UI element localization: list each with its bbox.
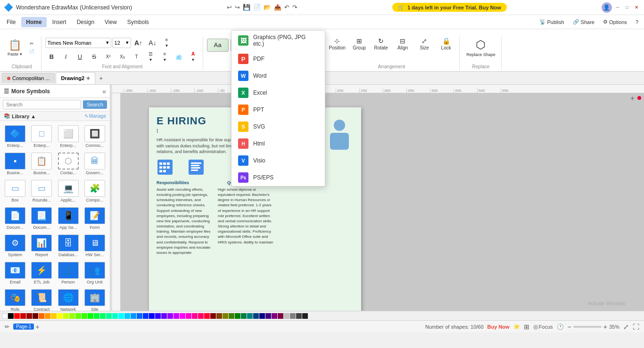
color-swatch[interactable]	[26, 313, 32, 319]
italic-btn[interactable]: I	[59, 52, 73, 61]
superscript-btn[interactable]: X²	[102, 53, 115, 60]
color-swatch[interactable]	[51, 313, 57, 319]
text-style-btn[interactable]: T	[130, 53, 143, 60]
color-swatch[interactable]	[100, 313, 106, 319]
tab-drawing2[interactable]: Drawing2 +	[56, 72, 95, 84]
symbol-item[interactable]: ▭Rounde...	[29, 178, 54, 204]
color-swatch[interactable]	[63, 313, 69, 319]
color-swatch[interactable]	[192, 313, 198, 319]
back-icon[interactable]: ↩	[227, 4, 232, 11]
new-icon[interactable]: 📄	[253, 4, 261, 11]
position-btn[interactable]: ⊹ Position	[327, 36, 348, 51]
color-swatch[interactable]	[75, 313, 81, 319]
page-tab[interactable]: Page-1	[13, 324, 34, 330]
color-swatch[interactable]	[186, 313, 191, 319]
color-swatch[interactable]	[82, 313, 87, 319]
forward-icon[interactable]: ↪	[235, 4, 240, 11]
color-swatch[interactable]	[259, 313, 265, 319]
sidebar-collapse-btn[interactable]: «	[102, 88, 106, 95]
color-swatch[interactable]	[143, 313, 149, 319]
color-swatch[interactable]	[198, 313, 204, 319]
increase-font-btn[interactable]: A↑	[132, 38, 145, 48]
color-swatch[interactable]	[302, 313, 308, 319]
export-item-pdf[interactable]: PPDF	[231, 50, 325, 67]
layers-icon[interactable]: ⊞	[524, 323, 529, 331]
symbol-item[interactable]: 🎭Role	[3, 288, 27, 311]
color-swatch[interactable]	[253, 313, 259, 319]
color-swatch[interactable]	[39, 313, 44, 319]
color-swatch[interactable]	[106, 313, 112, 319]
menu-item-file[interactable]: File	[2, 17, 20, 27]
symbol-item[interactable]: ⬜Enterp...	[56, 124, 81, 149]
font-size-selector[interactable]: 12 ▾	[112, 38, 131, 48]
canvas-content[interactable]: + E HIRING t HR Assistant is responsible…	[121, 93, 644, 311]
lock-btn[interactable]: 🔒 Lock	[436, 36, 456, 51]
color-swatch[interactable]	[241, 313, 247, 319]
color-swatch[interactable]	[296, 313, 302, 319]
symbol-item[interactable]: ⬡Contai...	[56, 151, 81, 177]
color-swatch[interactable]	[265, 313, 271, 319]
fullscreen-btn[interactable]: ⛶	[633, 323, 639, 331]
symbol-item[interactable]: 📊Report	[29, 233, 54, 259]
fit-page-btn[interactable]: ⤢	[623, 323, 629, 331]
color-swatch[interactable]	[210, 313, 216, 319]
size-btn[interactable]: ⤢ Size	[414, 36, 435, 51]
draw-tools-icon[interactable]: ✏	[5, 324, 9, 330]
symbol-item[interactable]: 📋Busine...	[29, 151, 54, 177]
color-swatch[interactable]	[272, 313, 277, 319]
export-item-excel[interactable]: XExcel	[231, 84, 325, 101]
color-swatch[interactable]	[161, 313, 167, 319]
symbol-item[interactable]: 🖥HW Ser...	[83, 233, 107, 259]
export-item-visio[interactable]: VVisio	[231, 152, 325, 169]
align-group-btn[interactable]: ⊟ Align	[392, 36, 413, 51]
share-btn[interactable]: 🔗Share	[569, 18, 598, 26]
export-item-html[interactable]: HHtml	[231, 135, 325, 152]
focus-btn[interactable]: ◎ Focus	[533, 324, 553, 330]
minimize-button[interactable]: ─	[614, 4, 621, 11]
color-swatch[interactable]	[149, 313, 155, 319]
export-item-word[interactable]: WWord	[231, 67, 325, 84]
bullet-btn[interactable]: ≡▾	[158, 50, 172, 63]
cut-btn[interactable]: ✂	[25, 40, 38, 47]
buy-now-btn[interactable]: Buy Now	[487, 324, 510, 330]
color-swatch[interactable]	[284, 313, 289, 319]
style-box-green[interactable]: Aa	[207, 39, 229, 52]
trial-banner[interactable]: 🛒 1 days left in your Free Trial. Buy No…	[392, 3, 507, 12]
subscript-btn[interactable]: X₂	[116, 53, 129, 60]
symbol-item[interactable]: 🗄Databas...	[56, 233, 81, 259]
strike-btn[interactable]: S	[88, 52, 101, 61]
symbol-item[interactable]: 📄Docum...	[3, 206, 27, 231]
symbol-item[interactable]: 👥Org Unit	[83, 260, 107, 286]
symbol-item[interactable]: 👤Person	[56, 260, 81, 286]
symbol-item[interactable]: 🌐Network	[56, 288, 81, 311]
highlight-btn[interactable]: ab	[173, 53, 186, 60]
close-button[interactable]: ✕	[633, 4, 640, 11]
symbol-item[interactable]: 🔲Commo...	[83, 124, 107, 149]
color-swatch[interactable]	[229, 313, 234, 319]
symbol-item[interactable]: 🧩Compo...	[83, 178, 107, 204]
color-swatch[interactable]	[137, 313, 142, 319]
color-swatch[interactable]	[69, 313, 75, 319]
publish-btn[interactable]: 📡Publish	[536, 18, 568, 26]
font-name-selector[interactable]: Times New Roman ▾	[45, 38, 111, 48]
symbol-item[interactable]: ⚡ETL Job	[29, 260, 54, 286]
color-swatch[interactable]	[88, 313, 93, 319]
export-item-graphicspngjpgetc[interactable]: 🖼Graphics (PNG, JPG etc.)	[231, 31, 325, 50]
export-item-pseps[interactable]: PsPS/EPS	[231, 169, 325, 186]
symbol-item[interactable]: ▭Box	[3, 178, 27, 204]
manage-btn[interactable]: ✎ Manage	[84, 113, 106, 119]
menu-item-insert[interactable]: Insert	[48, 17, 71, 27]
color-swatch[interactable]	[118, 313, 124, 319]
save-icon[interactable]: 💾	[243, 4, 250, 11]
align-btn[interactable]: ≡▾	[160, 36, 173, 49]
export-item-ppt[interactable]: PPPT	[231, 101, 325, 118]
replace-shape-btn[interactable]: ⬡ Replace Shape	[463, 36, 498, 59]
open-icon[interactable]: 📂	[264, 4, 271, 11]
tab-cosmopolitan[interactable]: Cosmopolitan ...	[2, 73, 55, 83]
search-button[interactable]: Search	[83, 100, 107, 109]
export-item-svg[interactable]: SSVG	[231, 118, 325, 135]
canvas-add-btn[interactable]: +	[630, 94, 635, 103]
zoom-in-btn[interactable]: +	[603, 323, 607, 331]
page-add-btn[interactable]: +	[35, 323, 39, 331]
menu-item-view[interactable]: View	[100, 17, 122, 27]
